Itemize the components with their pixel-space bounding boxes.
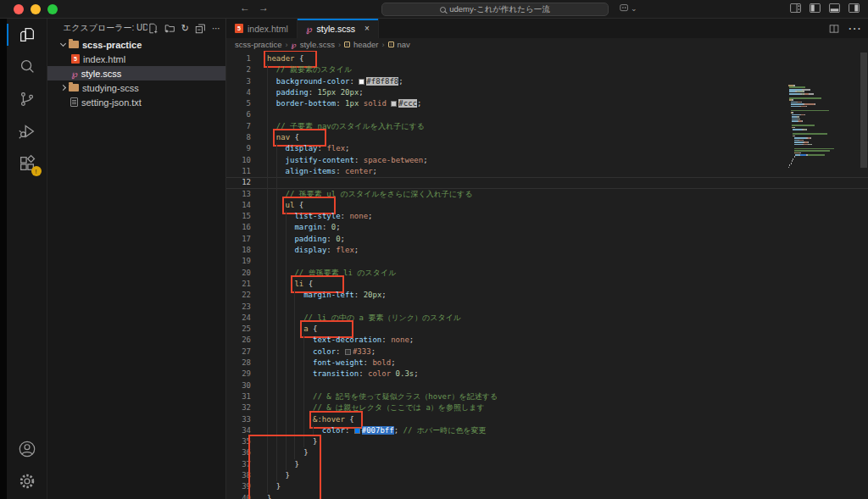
code-line[interactable]: 20// 曾孫要素 li のスタイル	[226, 268, 868, 279]
code-line[interactable]: 1header {	[226, 53, 868, 64]
color-swatch[interactable]	[354, 428, 360, 434]
code-line[interactable]: 22margin-left: 20px;	[226, 290, 868, 301]
breadcrumb-item-file[interactable]: style.scss	[300, 40, 335, 49]
explorer-icon[interactable]	[7, 19, 47, 51]
code-line[interactable]: 14ul {	[226, 200, 868, 211]
toggle-panel-icon[interactable]	[829, 3, 840, 13]
code-line[interactable]: 29transition: color 0.3s;	[226, 369, 868, 380]
command-center-search[interactable]: udemy-これが作れたら一流	[381, 3, 609, 16]
code-line[interactable]: 8nav {	[226, 132, 868, 143]
code-token: #f8f8f8	[366, 77, 398, 86]
folder-open-icon	[69, 41, 79, 48]
code-line[interactable]: 35}	[226, 436, 868, 447]
split-editor-icon[interactable]	[829, 24, 839, 34]
minimize-window-button[interactable]	[31, 4, 41, 14]
breadcrumb-item-nav[interactable]: nav	[398, 40, 410, 49]
code-line-content: ul {	[267, 200, 868, 211]
tab-style-scss[interactable]: ℘ style.scss ×	[298, 19, 379, 38]
code-line[interactable]: 4padding: 15px 20px;	[226, 87, 868, 98]
code-line[interactable]: 2// 親要素のスタイル	[226, 64, 868, 75]
copilot-chat-button[interactable]: ⌄	[620, 3, 637, 13]
color-swatch[interactable]	[345, 349, 351, 355]
run-and-debug-icon[interactable]	[7, 115, 47, 147]
code-line[interactable]: 12	[226, 177, 868, 188]
code-line[interactable]: 9display: flex;	[226, 143, 868, 154]
code-token: flex	[326, 144, 345, 152]
toggle-secondary-sidebar-icon[interactable]	[849, 3, 860, 13]
code-line[interactable]: 19	[226, 256, 868, 267]
code-line[interactable]: 10justify-content: space-between;	[226, 155, 868, 166]
accounts-icon[interactable]	[7, 433, 47, 465]
code-token: margin	[294, 223, 322, 231]
code-token: 15px 20px	[318, 88, 359, 97]
code-line-content: &:hover {	[267, 414, 868, 425]
new-folder-icon[interactable]	[164, 23, 175, 34]
code-line[interactable]: 40}	[226, 493, 868, 499]
code-line[interactable]: 39}	[226, 481, 868, 492]
extensions-icon[interactable]: !	[7, 147, 47, 180]
refresh-icon[interactable]: ↻	[181, 23, 189, 34]
code-line[interactable]: 17padding: 0;	[226, 234, 868, 245]
code-token: nav	[276, 133, 290, 141]
code-line[interactable]: 7// 子要素 navのスタイルを入れ子にする	[226, 121, 868, 132]
code-editor[interactable]: 1header {2// 親要素のスタイル3background-color: …	[226, 51, 868, 499]
code-token: {	[295, 54, 304, 63]
code-line[interactable]: 25a {	[226, 324, 868, 335]
collapse-all-icon[interactable]	[195, 23, 206, 34]
code-line[interactable]: 34color: #007bff; // ホバー時に色を変更	[226, 425, 868, 436]
tree-item-setting-json-txt[interactable]: setting-json.txt	[47, 95, 225, 109]
breadcrumb-item-header[interactable]: header	[353, 40, 379, 49]
code-line[interactable]: 23	[226, 302, 868, 313]
settings-gear-icon[interactable]	[7, 465, 47, 497]
scrollbar-slider[interactable]	[860, 53, 867, 168]
code-line[interactable]: 28font-weight: bold;	[226, 358, 868, 369]
code-line[interactable]: 26text-decoration: none;	[226, 335, 868, 346]
back-arrow-icon[interactable]: ←	[240, 2, 250, 14]
code-line[interactable]: 37}	[226, 459, 868, 470]
search-sidebar-icon[interactable]	[7, 51, 47, 83]
code-line[interactable]: 21li {	[226, 279, 868, 290]
minimap[interactable]	[788, 85, 856, 169]
code-line[interactable]: 5border-bottom: 1px solid #ccc;	[226, 98, 868, 109]
code-line[interactable]: 18display: flex;	[226, 245, 868, 256]
zoom-window-button[interactable]	[47, 4, 58, 14]
source-control-icon[interactable]	[7, 83, 47, 115]
code-line[interactable]: 15list-style: none;	[226, 211, 868, 222]
close-tab-icon[interactable]: ×	[364, 24, 370, 33]
code-line[interactable]: 31// & 記号を使って疑似クラス（hover）を記述する	[226, 391, 868, 402]
color-swatch[interactable]	[359, 79, 364, 85]
code-line[interactable]: 3background-color: #f8f8f8;	[226, 76, 868, 87]
tree-item-index-html[interactable]: 5 index.html	[47, 52, 225, 66]
code-line[interactable]: 11align-items: center;	[226, 166, 868, 177]
code-token: // li の中の a 要素（リンク）のスタイル	[303, 313, 461, 322]
code-line-content: text-decoration: none;	[267, 335, 868, 346]
code-line[interactable]: 16margin: 0;	[226, 222, 868, 233]
code-line[interactable]: 38}	[226, 470, 868, 481]
code-line[interactable]: 36}	[226, 447, 868, 458]
code-line[interactable]: 27color: #333;	[226, 347, 868, 358]
code-token: color	[322, 426, 345, 435]
code-token: header	[267, 54, 295, 63]
more-actions-icon[interactable]: ⋯	[212, 24, 220, 33]
tree-item-studying-scss[interactable]: studying-scss	[47, 80, 225, 95]
tree-item-style-scss[interactable]: ℘ style.scss	[47, 66, 225, 80]
annotation-box: a {	[303, 324, 350, 335]
code-line[interactable]: 24// li の中の a 要素（リンク）のスタイル	[226, 313, 868, 324]
code-line[interactable]: 13// 孫要素 ul のスタイルをさらに深く入れ子にする	[226, 189, 868, 200]
tab-index-html[interactable]: 5 index.html	[226, 19, 298, 38]
code-line[interactable]: 33&:hover {	[226, 414, 868, 425]
tree-item-scss-practice[interactable]: scss-practice	[47, 37, 225, 52]
editor-scrollbar[interactable]	[860, 19, 868, 499]
new-file-icon[interactable]	[147, 23, 159, 34]
customize-layout-icon[interactable]	[790, 3, 801, 13]
code-line[interactable]: 32// & は親セレクタ（ここでは a）を参照します	[226, 402, 868, 413]
code-line-content	[267, 256, 868, 267]
toggle-primary-sidebar-icon[interactable]	[810, 3, 821, 13]
breadcrumb-item-folder[interactable]: scss-practice	[235, 40, 281, 49]
code-token: // 親要素のスタイル	[276, 65, 352, 74]
color-swatch[interactable]	[391, 101, 397, 107]
code-line[interactable]: 6	[226, 109, 868, 120]
forward-arrow-icon[interactable]: →	[259, 2, 269, 14]
close-window-button[interactable]	[14, 4, 24, 14]
code-line[interactable]: 30	[226, 380, 868, 391]
